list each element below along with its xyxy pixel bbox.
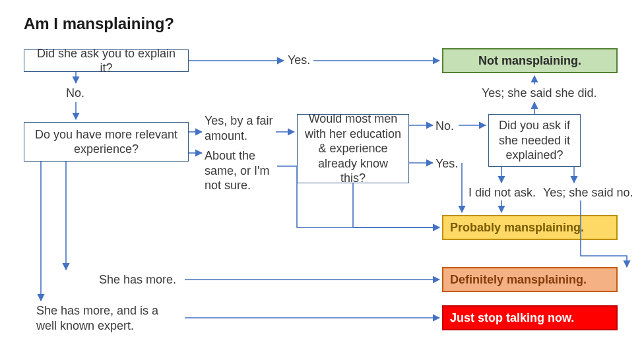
label-about-same: About the same, or I'm not sure. bbox=[205, 148, 277, 193]
label-i-did-not-ask: I did not ask. bbox=[468, 185, 536, 200]
result-definitely-mansplaining: Definitely mansplaining. bbox=[442, 267, 618, 292]
label-she-has-more-expert: She has more, and is a well known expert… bbox=[36, 303, 168, 333]
label-yes: Yes. bbox=[288, 53, 310, 68]
result-just-stop-talking: Just stop talking now. bbox=[442, 305, 618, 330]
node-would-most-men: Would most men with her education & expe… bbox=[297, 114, 409, 183]
label-she-has-more: She has more. bbox=[99, 272, 176, 287]
flowchart-canvas: Am I mansplaining? Did she ask you to ex… bbox=[0, 0, 644, 362]
label-yes-2: Yes. bbox=[435, 156, 458, 171]
node-did-you-ask: Did you ask if she needed it explained? bbox=[488, 114, 581, 167]
page-title: Am I mansplaining? bbox=[24, 15, 174, 33]
label-yes-she-said-did: Yes; she said she did. bbox=[482, 86, 596, 101]
node-more-relevant-experience: Do you have more relevant experience? bbox=[24, 122, 189, 162]
label-yes-fair-amount: Yes, by a fair amount. bbox=[205, 113, 277, 143]
label-no-2: No. bbox=[435, 119, 454, 134]
label-yes-she-said-no: Yes; she said no. bbox=[543, 185, 633, 200]
result-probably-mansplaining: Probably mansplaining. bbox=[442, 215, 618, 240]
label-no: No. bbox=[66, 86, 84, 101]
node-did-she-ask: Did she ask you to explain it? bbox=[24, 49, 189, 72]
result-not-mansplaining: Not mansplaining. bbox=[442, 48, 618, 73]
